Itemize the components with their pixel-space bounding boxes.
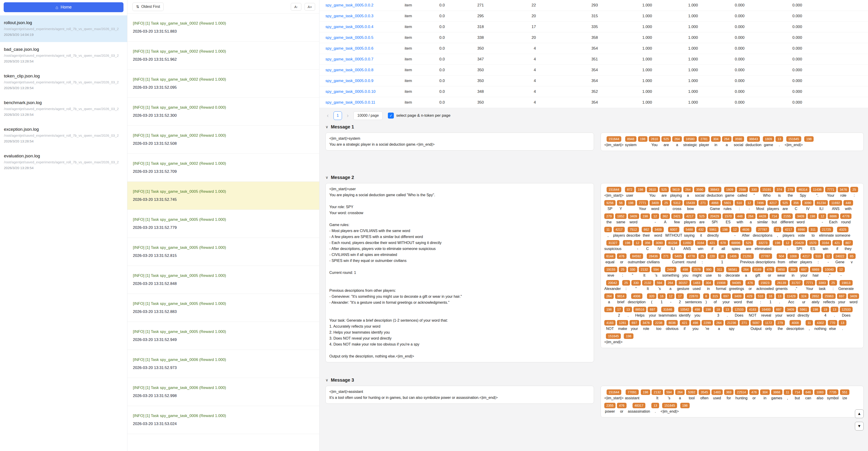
- token-id-badge: 94085: [730, 280, 743, 286]
- table-row[interactable]: spy_game_task_0005.0.0.4item0.0318173351…: [319, 22, 868, 32]
- table-row[interactable]: spy_game_task_0005.0.0.10item0.034843521…: [319, 86, 868, 97]
- file-item[interactable]: evaluation.json.log/root/agentjet/saved_…: [0, 149, 127, 175]
- token-id-badge: 320: [647, 293, 656, 299]
- value-cell: 350: [445, 79, 484, 83]
- value-cell: 354: [536, 79, 598, 83]
- file-item[interactable]: exception.json.log/root/agentjet/saved_e…: [0, 122, 127, 149]
- task-link[interactable]: spy_game_task_0005.0.0.9: [319, 79, 405, 83]
- token-id-badge: 198: [811, 307, 820, 312]
- value-cell: 350: [445, 68, 484, 73]
- token-item: 1483used: [691, 280, 702, 291]
- task-link[interactable]: spy_game_task_0005.0.0.8: [319, 68, 405, 73]
- log-entry[interactable]: [INFO] [1] Task spy_game_task_0002 (Rewa…: [127, 13, 319, 41]
- token-text: Previous: [740, 260, 754, 264]
- home-button[interactable]: ⌂ Home: [4, 2, 123, 12]
- checkbox-checked-icon[interactable]: ✓: [388, 113, 394, 118]
- font-increase-button[interactable]: A+: [305, 3, 315, 10]
- prev-page-icon[interactable]: ‹: [326, 113, 330, 118]
- log-entry[interactable]: [INFO] [1] Task spy_game_task_0002 (Rewa…: [127, 126, 319, 154]
- token-item: 38843deduction: [745, 136, 761, 147]
- token-item: 5961directly: [798, 307, 809, 318]
- token-id-badge: 31707: [789, 280, 803, 286]
- token-item: 77091assistant: [625, 389, 640, 400]
- log-entry[interactable]: [INFO] [1] Task spy_game_task_0005 (Rewa…: [127, 294, 319, 322]
- token-text: also: [816, 396, 823, 400]
- log-entry[interactable]: [INFO] [1] Task spy_game_task_0002 (Rewa…: [127, 154, 319, 182]
- value-cell: 1.000: [598, 14, 652, 18]
- table-row[interactable]: spy_game_task_0005.0.0.2item0.0271222931…: [319, 0, 868, 11]
- table-row[interactable]: spy_game_task_0005.0.0.7item0.034743511.…: [319, 54, 868, 65]
- message-header[interactable]: ∨Message 2: [326, 175, 864, 180]
- log-entry[interactable]: [INFO] [1] Task spy_game_task_0005 (Rewa…: [127, 182, 319, 210]
- font-decrease-button[interactable]: A-: [291, 3, 301, 10]
- token-id-badge: 25: [699, 253, 706, 259]
- log-entry-title: [INFO] [1] Task spy_game_task_0002 (Rewa…: [133, 105, 316, 110]
- log-entry[interactable]: [INFO] [1] Task spy_game_task_0006 (Rewa…: [127, 378, 319, 406]
- log-entry[interactable]: [INFO] [1] Task spy_game_task_0005 (Rewa…: [127, 266, 319, 294]
- token-id-badge: 9814: [615, 293, 626, 299]
- token-id-badge: 4008: [789, 320, 801, 326]
- task-link[interactable]: spy_game_task_0005.0.0.5: [319, 35, 405, 40]
- token-id-badge: 1406: [727, 253, 739, 259]
- token-text: ES: [726, 220, 731, 224]
- token-text: gift: [755, 273, 760, 278]
- task-link[interactable]: spy_game_task_0005.0.0.10: [319, 89, 405, 94]
- token-id-badge: 13: [723, 307, 731, 312]
- select-page-checkbox-row[interactable]: ✓ select page & n-token per page: [388, 113, 450, 118]
- type-cell: item: [405, 68, 431, 73]
- log-entry[interactable]: [INFO] [1] Task spy_game_task_0005 (Rewa…: [127, 238, 319, 266]
- log-entry[interactable]: [INFO] [1] Task spy_game_task_0006 (Rewa…: [127, 406, 319, 434]
- token-text: <|im_start|>: [604, 193, 624, 198]
- token-item: 198: [636, 187, 645, 198]
- value-cell: 0.0: [431, 68, 445, 73]
- log-entry[interactable]: [INFO] [1] Task spy_game_task_0002 (Rewa…: [127, 69, 319, 97]
- table-row[interactable]: spy_game_task_0005.0.0.11item0.035043541…: [319, 97, 868, 108]
- log-entry[interactable]: [INFO] [1] Task spy_game_task_0002 (Rewa…: [127, 97, 319, 126]
- task-link[interactable]: spy_game_task_0005.0.0.11: [319, 100, 405, 105]
- token-item: 264a: [604, 293, 614, 304]
- page-size-select[interactable]: 10000 / page: [353, 111, 382, 120]
- token-item: 12-: [651, 214, 659, 224]
- table-row[interactable]: spy_game_task_0005.0.0.9item0.035043541.…: [319, 76, 868, 86]
- page-number-button[interactable]: 1: [334, 111, 342, 120]
- token-id-badge: 3164: [820, 240, 831, 246]
- table-row[interactable]: spy_game_task_0005.0.0.3item0.0295203151…: [319, 11, 868, 22]
- next-page-icon[interactable]: ›: [345, 113, 350, 118]
- file-item[interactable]: benchmark.json.log/root/agentjet/saved_e…: [0, 95, 127, 122]
- token-text: IV: [806, 206, 809, 211]
- table-row[interactable]: spy_game_task_0005.0.0.5item0.0338203581…: [319, 32, 868, 43]
- file-item[interactable]: rollout.json.log/root/agentjet/saved_exp…: [0, 16, 127, 42]
- task-link[interactable]: spy_game_task_0005.0.0.4: [319, 25, 405, 29]
- task-link[interactable]: spy_game_task_0005.0.0.6: [319, 46, 405, 51]
- scroll-up-button[interactable]: ▲: [855, 410, 864, 418]
- file-item[interactable]: token_clip.json.log/root/agentjet/saved_…: [0, 69, 127, 95]
- scroll-down-button[interactable]: ▼: [855, 422, 864, 430]
- log-entry[interactable]: [INFO] [1] Task spy_game_task_0002 (Rewa…: [127, 41, 319, 69]
- token-text: players: [783, 233, 795, 238]
- log-entry[interactable]: [INFO] [1] Task spy_game_task_0005 (Rewa…: [127, 210, 319, 238]
- token-text: used: [693, 286, 701, 291]
- chevron-down-icon: ∨: [326, 175, 328, 179]
- task-link[interactable]: spy_game_task_0005.0.0.7: [319, 57, 405, 62]
- token-id-badge: 11: [774, 227, 781, 232]
- message-header[interactable]: ∨Message 3: [326, 377, 864, 383]
- task-link[interactable]: spy_game_task_0005.0.0.3: [319, 14, 405, 18]
- table-row[interactable]: spy_game_task_0005.0.0.8item0.035043541.…: [319, 65, 868, 76]
- message-header[interactable]: ∨Message 1: [326, 124, 864, 130]
- token-text: <|im_end|>: [660, 409, 679, 414]
- token-id-badge: 304: [788, 267, 798, 272]
- sort-order-button[interactable]: ⇅ Oldest First: [132, 2, 164, 11]
- token-text: ILI: [671, 247, 675, 251]
- token-text: C: [795, 206, 798, 211]
- table-row[interactable]: spy_game_task_0005.0.0.6item0.035043541.…: [319, 43, 868, 54]
- token-item: 369for: [724, 389, 734, 400]
- token-item: 2132It: [639, 267, 650, 278]
- log-entry-title: [INFO] [1] Task spy_game_task_0002 (Rewa…: [133, 21, 316, 26]
- token-item: 646can: [804, 389, 813, 400]
- task-link[interactable]: spy_game_task_0005.0.0.2: [319, 3, 405, 7]
- log-entry[interactable]: [INFO] [1] Task spy_game_task_0005 (Rewa…: [127, 322, 319, 350]
- file-item[interactable]: bad_case.json.log/root/agentjet/saved_ex…: [0, 42, 127, 69]
- token-item: 4217players: [783, 227, 795, 238]
- log-entry[interactable]: [INFO] [1] Task spy_game_task_0006 (Rewa…: [127, 350, 319, 378]
- token-id-badge: 551: [840, 389, 849, 395]
